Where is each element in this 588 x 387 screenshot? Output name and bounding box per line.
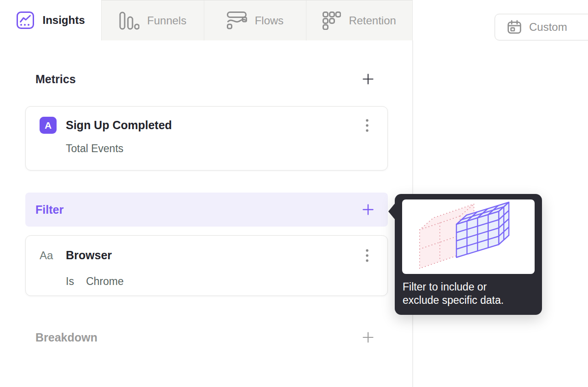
tab-insights[interactable]: Insights — [0, 0, 101, 40]
filter-card-menu-button[interactable] — [363, 248, 372, 263]
breakdown-section-header: Breakdown — [25, 323, 388, 352]
tab-retention[interactable]: Retention — [306, 0, 413, 40]
metrics-section-header: Metrics — [25, 69, 388, 89]
plus-icon — [362, 204, 374, 216]
tab-flows-label: Flows — [255, 14, 284, 27]
filter-card[interactable]: Aa Browser Is Chrome — [25, 235, 388, 296]
tooltip-illustration-card — [402, 199, 535, 274]
metric-event-name: Sign Up Completed — [66, 119, 363, 132]
tab-funnels[interactable]: Funnels — [101, 0, 204, 40]
add-filter-button[interactable] — [362, 204, 374, 216]
metrics-section-title: Metrics — [35, 73, 76, 86]
filter-card-row: Aa Browser — [40, 247, 372, 264]
tooltip-text: Filter to include or exclude specific da… — [403, 280, 534, 307]
plus-icon — [362, 73, 374, 85]
kebab-menu-icon — [365, 249, 369, 262]
tab-retention-label: Retention — [349, 14, 396, 27]
line-chart-icon — [16, 11, 35, 29]
string-property-badge: Aa — [40, 249, 57, 262]
breakdown-section-title: Breakdown — [35, 331, 98, 344]
tab-funnels-label: Funnels — [147, 14, 186, 27]
filter-tooltip: Filter to include or exclude specific da… — [395, 194, 542, 315]
tab-flows[interactable]: Flows — [204, 0, 306, 40]
date-range-custom-label: Custom — [529, 21, 567, 34]
metric-card[interactable]: A Sign Up Completed Total Events — [25, 106, 388, 171]
funnel-bars-icon — [119, 11, 139, 30]
filter-property-name: Browser — [66, 249, 363, 262]
add-breakdown-button[interactable] — [362, 331, 374, 343]
metric-aggregation[interactable]: Total Events — [66, 142, 123, 155]
tooltip-text-line2: exclude specific data. — [403, 294, 534, 307]
date-range-custom-button[interactable]: Custom — [495, 14, 588, 40]
filter-value: Chrome — [86, 275, 124, 288]
kebab-menu-icon — [365, 119, 369, 132]
filter-operator: Is — [66, 275, 74, 288]
calendar-icon — [507, 20, 522, 34]
metric-card-menu-button[interactable] — [363, 118, 372, 133]
tooltip-text-line1: Filter to include or — [403, 280, 534, 294]
insights-report-builder: Insights Funnels Flows — [0, 0, 588, 387]
filter-section-title: Filter — [35, 203, 63, 216]
metric-card-row: A Sign Up Completed — [40, 117, 372, 134]
metric-series-badge: A — [40, 117, 57, 134]
dots-grid-icon — [323, 11, 341, 30]
add-metric-button[interactable] — [362, 73, 374, 85]
tab-insights-label: Insights — [42, 14, 85, 27]
tooltip-caret — [388, 204, 395, 219]
filter-condition[interactable]: Is Chrome — [66, 275, 124, 288]
filter-section-header: Filter — [25, 193, 388, 227]
metric-aggregation-label: Total Events — [66, 142, 123, 155]
filter-cube-illustration — [402, 199, 535, 274]
flow-stream-icon — [227, 11, 247, 30]
plus-icon — [362, 331, 374, 343]
report-type-tabbar: Insights Funnels Flows — [0, 0, 413, 40]
